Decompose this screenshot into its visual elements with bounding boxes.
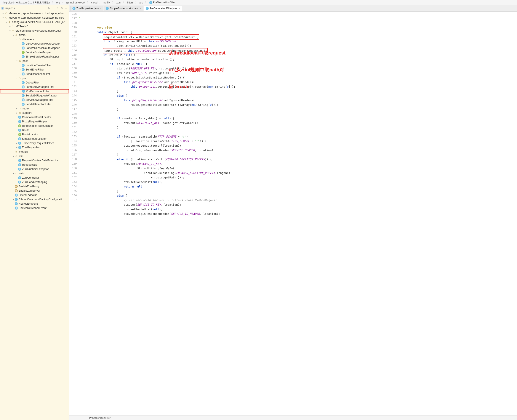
code-line[interactable]: RequestContext ctx = RequestContext.getC… bbox=[83, 34, 517, 39]
tree-node[interactable]: ▸🗀metrics bbox=[0, 150, 69, 154]
chevron-right-icon[interactable]: ▸ bbox=[19, 85, 22, 89]
tree-node[interactable]: CRequestContentDataExtractor bbox=[0, 158, 69, 163]
tree-node[interactable]: ▸🗀META-INF bbox=[0, 24, 69, 29]
code-line[interactable]: || location.startsWith(HTTPS_SCHEME + ":… bbox=[83, 139, 517, 143]
chevron-right-icon[interactable]: ▸ bbox=[12, 150, 15, 154]
chevron-right-icon[interactable]: ▸ bbox=[15, 111, 18, 115]
override-icon[interactable] bbox=[78, 16, 81, 19]
close-icon[interactable]: × bbox=[140, 7, 142, 10]
breadcrumb-segment[interactable]: zuul bbox=[115, 1, 122, 4]
code-line[interactable]: ctx.put(RETRYABLE_KEY, route.getRetryabl… bbox=[83, 121, 517, 125]
breadcrumb-segment[interactable]: filters bbox=[126, 1, 134, 4]
tree-node[interactable]: @EnableZuulProxy bbox=[0, 184, 69, 189]
tree-node[interactable]: CServlet30WrapperFilter bbox=[0, 98, 69, 102]
code-line[interactable]: this.proxyRequestHelper.addIgnoredHeader… bbox=[83, 80, 517, 84]
tree-node[interactable]: @EnableZuulServer bbox=[0, 189, 69, 193]
code-line[interactable]: } bbox=[83, 152, 517, 157]
code-line[interactable]: ctx.addOriginResponseHeader(SERVICE_ID_H… bbox=[83, 211, 517, 216]
tree-node[interactable]: ▸CFormBodyWrapperFilter bbox=[0, 85, 69, 89]
tree-node[interactable]: ▸CTraceProxyRequestHelper bbox=[0, 141, 69, 145]
tree-node[interactable]: CCompositeRouteLocator bbox=[0, 115, 69, 119]
tree-node[interactable]: ▸CSendResponseFilter bbox=[0, 72, 69, 76]
sort-icon[interactable]: ↕ bbox=[51, 7, 55, 10]
tree-node[interactable]: ▾🗀post bbox=[0, 59, 69, 63]
hide-icon[interactable]: — bbox=[64, 7, 68, 10]
tree-node[interactable]: ▾🗀pre bbox=[0, 76, 69, 81]
code-line[interactable]: ctx.setRouteHost(getUrl(location)); bbox=[83, 143, 517, 148]
code-line[interactable]: } bbox=[83, 89, 517, 93]
tree-node[interactable]: CDiscoveryClientRouteLocator bbox=[0, 42, 69, 46]
code-line[interactable]: if (!route.isCustomSensitiveHeaders()) { bbox=[83, 75, 517, 80]
tree-node[interactable]: CDebugFilter bbox=[0, 81, 69, 85]
code-line[interactable]: ctx.setRouteHost(null); bbox=[83, 180, 517, 184]
code-line[interactable]: final String requestURI = this.urlPathHe… bbox=[83, 39, 517, 44]
chevron-down-icon[interactable]: ▾ bbox=[12, 171, 15, 176]
chevron-down-icon[interactable]: ▾ bbox=[12, 154, 15, 158]
tree-node[interactable]: CZuulController bbox=[0, 176, 69, 180]
tree-node[interactable]: CRoutesEndpoint bbox=[0, 202, 69, 206]
breadcrumb-segment[interactable]: CPreDecorationFilter bbox=[148, 1, 176, 4]
gear-icon[interactable]: ⚙ bbox=[60, 7, 63, 10]
code-line[interactable]: ctx.addOriginResponseHeader(SERVICE_HEAD… bbox=[83, 148, 517, 152]
tree-node[interactable]: CRoute bbox=[0, 128, 69, 132]
chevron-right-icon[interactable]: ▸ bbox=[15, 106, 18, 111]
code-line[interactable]: location.substring(FORWARD_LOCATION_PREF… bbox=[83, 171, 517, 175]
editor-tab[interactable]: CPreDecorationFilter.java× bbox=[144, 6, 182, 11]
code-line[interactable]: ctx.set(FORWARD_TO_KEY, bbox=[83, 162, 517, 166]
tree-node[interactable]: ▾⬡Maven: org.springframework.cloud:sprin… bbox=[0, 15, 69, 20]
code-line[interactable]: this.properties.getSensitiveHeaders().to… bbox=[83, 84, 517, 89]
code-line[interactable]: + route.getPath())); bbox=[83, 175, 517, 180]
tree-node[interactable]: CSimpleRouteLocator bbox=[0, 137, 69, 141]
code-line[interactable]: if (location.startsWith(HTTP_SCHEME + ":… bbox=[83, 134, 517, 139]
tree-node[interactable]: ▾🗎spring-cloud-netflix-zuul-2.1.3.RELEAS… bbox=[0, 20, 69, 24]
chevron-right-icon[interactable]: ▸ bbox=[19, 72, 22, 76]
code-line[interactable]: ctx.put(REQUEST_URI_KEY, route.getPath()… bbox=[83, 66, 517, 71]
tree-node[interactable]: ▾🗀web bbox=[0, 171, 69, 176]
tree-node[interactable]: IServiceRouteMapper bbox=[0, 50, 69, 54]
tree-node[interactable]: CZuulHandlerMapping bbox=[0, 180, 69, 184]
chevron-down-icon[interactable]: ▾ bbox=[2, 15, 4, 20]
tree-node[interactable]: ▾🗀discovery bbox=[0, 37, 69, 42]
code-line[interactable]: ctx.set(SERVICE_ID_KEY, location); bbox=[83, 202, 517, 207]
filter-icon[interactable]: ⁝ bbox=[56, 7, 59, 10]
code-content[interactable]: 从threadlocal中取request uri,从zuul规则中取path对… bbox=[82, 12, 517, 415]
chevron-down-icon[interactable]: ▾ bbox=[15, 59, 18, 63]
tree-node[interactable]: CZuulRuntimeException bbox=[0, 167, 69, 171]
code-line[interactable]: if (location ≠ null) { bbox=[83, 62, 517, 66]
chevron-right-icon[interactable]: ▸ bbox=[19, 68, 22, 72]
tree-node[interactable]: ▸CZuulProperties bbox=[0, 145, 69, 150]
tree-node[interactable]: IRouteLocator bbox=[0, 132, 69, 137]
tree-node[interactable]: CServlet30RequestWrapper bbox=[0, 93, 69, 98]
tree-node[interactable]: ▸🗀support bbox=[0, 111, 69, 115]
chevron-right-icon[interactable]: ▸ bbox=[2, 11, 4, 15]
chevron-right-icon[interactable]: ▸ bbox=[9, 24, 11, 29]
code-line[interactable]: return null; bbox=[83, 184, 517, 189]
code-line[interactable] bbox=[83, 112, 517, 116]
breadcrumb-segment[interactable]: cloud bbox=[90, 1, 98, 4]
code-line[interactable]: ctx.setRouteHost(null); bbox=[83, 207, 517, 211]
code-line[interactable]: else { bbox=[83, 193, 517, 198]
code-line[interactable]: } bbox=[83, 189, 517, 193]
code-line[interactable]: } bbox=[83, 125, 517, 130]
close-icon[interactable]: × bbox=[179, 7, 180, 10]
tree-node[interactable]: CServletDetectionFilter bbox=[0, 102, 69, 106]
editor-tab[interactable]: CSimpleRouteLocator.java× bbox=[104, 6, 143, 11]
code-line[interactable]: else { bbox=[83, 93, 517, 98]
code-line[interactable]: // set serviceId for use in filters.rout… bbox=[83, 198, 517, 202]
breadcrumb-segment[interactable]: netflix bbox=[103, 1, 111, 4]
close-icon[interactable]: × bbox=[100, 7, 101, 10]
breadcrumb-segment[interactable]: org bbox=[55, 1, 61, 4]
code-line[interactable]: if (route.getRetryable() ≠ null) { bbox=[83, 116, 517, 121]
chevron-down-icon[interactable]: ▾ bbox=[5, 20, 8, 24]
chevron-right-icon[interactable]: ▸ bbox=[15, 141, 18, 145]
code-line[interactable]: ctx.put(PROXY_KEY, route.getId()); bbox=[83, 71, 517, 75]
chevron-down-icon[interactable]: ▾ bbox=[12, 33, 15, 37]
tree-node[interactable]: ▸⬡Maven: org.springframework.cloud:sprin… bbox=[0, 11, 69, 15]
code-line[interactable]: else if (location.startsWith(FORWARD_LOC… bbox=[83, 157, 517, 162]
code-line[interactable]: this.proxyRequestHelper.addIgnoredHeader… bbox=[83, 98, 517, 103]
locate-icon[interactable]: ⊕ bbox=[47, 7, 50, 10]
code-line[interactable]: Route route = this.routeLocator.getMatch… bbox=[83, 48, 517, 52]
tree-node[interactable]: ▾🗀filters bbox=[0, 33, 69, 37]
breadcrumb-segment[interactable]: ring-cloud-netflix-zuul-2.1.3.RELEASE.ja… bbox=[2, 1, 51, 4]
tree-node[interactable]: IRefreshableRouteLocator bbox=[0, 124, 69, 128]
